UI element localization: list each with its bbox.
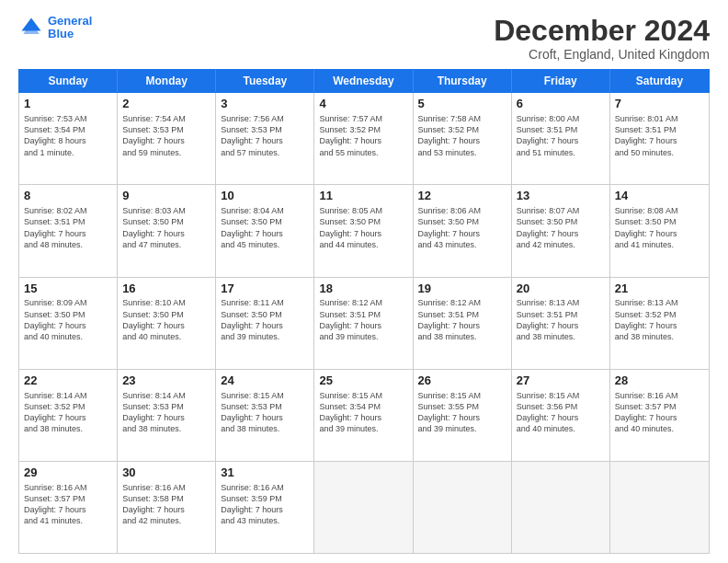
cal-cell-empty bbox=[610, 462, 709, 553]
cal-week-4: 22Sunrise: 8:14 AMSunset: 3:52 PMDayligh… bbox=[19, 370, 709, 462]
cell-info: Sunrise: 7:57 AMSunset: 3:52 PMDaylight:… bbox=[319, 113, 407, 158]
cell-info: Sunrise: 8:15 AMSunset: 3:55 PMDaylight:… bbox=[418, 390, 506, 435]
cal-cell-15: 15Sunrise: 8:09 AMSunset: 3:50 PMDayligh… bbox=[19, 278, 118, 369]
cell-info: Sunrise: 8:13 AMSunset: 3:51 PMDaylight:… bbox=[517, 297, 605, 342]
page: General Blue December 2024 Croft, Englan… bbox=[0, 0, 728, 563]
cal-header-day-tuesday: Tuesday bbox=[216, 70, 314, 92]
cell-info: Sunrise: 7:54 AMSunset: 3:53 PMDaylight:… bbox=[122, 113, 210, 158]
cal-cell-empty bbox=[314, 462, 413, 553]
cal-header-day-wednesday: Wednesday bbox=[314, 70, 413, 92]
cal-cell-21: 21Sunrise: 8:13 AMSunset: 3:52 PMDayligh… bbox=[610, 278, 709, 369]
cell-info: Sunrise: 8:04 AMSunset: 3:50 PMDaylight:… bbox=[221, 205, 309, 250]
cell-info: Sunrise: 8:06 AMSunset: 3:50 PMDaylight:… bbox=[418, 205, 506, 250]
logo-text: General Blue bbox=[48, 15, 92, 41]
cell-info: Sunrise: 8:10 AMSunset: 3:50 PMDaylight:… bbox=[122, 297, 210, 342]
day-number: 4 bbox=[319, 97, 407, 112]
cell-info: Sunrise: 8:03 AMSunset: 3:50 PMDaylight:… bbox=[122, 205, 210, 250]
cell-info: Sunrise: 7:58 AMSunset: 3:52 PMDaylight:… bbox=[418, 113, 506, 158]
cell-info: Sunrise: 8:07 AMSunset: 3:50 PMDaylight:… bbox=[517, 205, 605, 250]
cal-cell-31: 31Sunrise: 8:16 AMSunset: 3:59 PMDayligh… bbox=[216, 462, 314, 553]
cal-cell-25: 25Sunrise: 8:15 AMSunset: 3:54 PMDayligh… bbox=[314, 370, 413, 461]
logo-icon bbox=[18, 15, 44, 40]
cal-cell-9: 9Sunrise: 8:03 AMSunset: 3:50 PMDaylight… bbox=[118, 185, 216, 276]
cal-cell-5: 5Sunrise: 7:58 AMSunset: 3:52 PMDaylight… bbox=[414, 93, 512, 184]
cal-cell-14: 14Sunrise: 8:08 AMSunset: 3:50 PMDayligh… bbox=[610, 185, 709, 276]
cal-header-day-friday: Friday bbox=[512, 70, 610, 92]
cell-info: Sunrise: 8:16 AMSunset: 3:59 PMDaylight:… bbox=[221, 482, 309, 527]
header: General Blue December 2024 Croft, Englan… bbox=[18, 15, 710, 62]
cal-cell-empty bbox=[512, 462, 610, 553]
cal-header-day-monday: Monday bbox=[118, 70, 216, 92]
day-number: 22 bbox=[24, 373, 112, 389]
cal-cell-empty bbox=[414, 462, 512, 553]
cal-cell-7: 7Sunrise: 8:01 AMSunset: 3:51 PMDaylight… bbox=[610, 93, 709, 184]
day-number: 29 bbox=[24, 465, 112, 481]
cal-cell-6: 6Sunrise: 8:00 AMSunset: 3:51 PMDaylight… bbox=[512, 93, 610, 184]
cal-cell-20: 20Sunrise: 8:13 AMSunset: 3:51 PMDayligh… bbox=[512, 278, 610, 369]
day-number: 31 bbox=[221, 465, 309, 481]
cal-cell-30: 30Sunrise: 8:16 AMSunset: 3:58 PMDayligh… bbox=[118, 462, 216, 553]
day-number: 21 bbox=[615, 282, 704, 297]
day-number: 28 bbox=[615, 373, 704, 389]
day-number: 14 bbox=[615, 189, 704, 204]
subtitle: Croft, England, United Kingdom bbox=[494, 47, 710, 62]
cal-cell-19: 19Sunrise: 8:12 AMSunset: 3:51 PMDayligh… bbox=[414, 278, 512, 369]
cal-cell-10: 10Sunrise: 8:04 AMSunset: 3:50 PMDayligh… bbox=[216, 185, 314, 276]
day-number: 12 bbox=[418, 189, 506, 204]
cal-cell-16: 16Sunrise: 8:10 AMSunset: 3:50 PMDayligh… bbox=[118, 278, 216, 369]
cell-info: Sunrise: 8:15 AMSunset: 3:53 PMDaylight:… bbox=[221, 390, 309, 435]
cal-cell-18: 18Sunrise: 8:12 AMSunset: 3:51 PMDayligh… bbox=[314, 278, 413, 369]
cal-cell-8: 8Sunrise: 8:02 AMSunset: 3:51 PMDaylight… bbox=[19, 185, 118, 276]
cal-week-1: 1Sunrise: 7:53 AMSunset: 3:54 PMDaylight… bbox=[19, 93, 709, 185]
cal-cell-11: 11Sunrise: 8:05 AMSunset: 3:50 PMDayligh… bbox=[314, 185, 413, 276]
day-number: 20 bbox=[517, 282, 605, 297]
cal-cell-1: 1Sunrise: 7:53 AMSunset: 3:54 PMDaylight… bbox=[19, 93, 118, 184]
cal-cell-4: 4Sunrise: 7:57 AMSunset: 3:52 PMDaylight… bbox=[314, 93, 413, 184]
cal-cell-3: 3Sunrise: 7:56 AMSunset: 3:53 PMDaylight… bbox=[216, 93, 314, 184]
cal-week-3: 15Sunrise: 8:09 AMSunset: 3:50 PMDayligh… bbox=[19, 278, 709, 370]
calendar: SundayMondayTuesdayWednesdayThursdayFrid… bbox=[18, 69, 710, 554]
cell-info: Sunrise: 8:01 AMSunset: 3:51 PMDaylight:… bbox=[615, 113, 704, 158]
cell-info: Sunrise: 8:13 AMSunset: 3:52 PMDaylight:… bbox=[615, 297, 704, 342]
day-number: 1 bbox=[24, 97, 112, 112]
day-number: 7 bbox=[615, 97, 704, 112]
day-number: 25 bbox=[319, 373, 407, 389]
cal-cell-28: 28Sunrise: 8:16 AMSunset: 3:57 PMDayligh… bbox=[610, 370, 709, 461]
calendar-body: 1Sunrise: 7:53 AMSunset: 3:54 PMDaylight… bbox=[18, 93, 710, 554]
cell-info: Sunrise: 8:11 AMSunset: 3:50 PMDaylight:… bbox=[221, 297, 309, 342]
cell-info: Sunrise: 8:16 AMSunset: 3:57 PMDaylight:… bbox=[24, 482, 112, 527]
main-title: December 2024 bbox=[494, 15, 710, 47]
day-number: 13 bbox=[517, 189, 605, 204]
cal-header-day-sunday: Sunday bbox=[19, 70, 118, 92]
cell-info: Sunrise: 8:14 AMSunset: 3:53 PMDaylight:… bbox=[122, 390, 210, 435]
day-number: 5 bbox=[418, 97, 506, 112]
cell-info: Sunrise: 8:16 AMSunset: 3:58 PMDaylight:… bbox=[122, 482, 210, 527]
cal-cell-22: 22Sunrise: 8:14 AMSunset: 3:52 PMDayligh… bbox=[19, 370, 118, 461]
cal-cell-23: 23Sunrise: 8:14 AMSunset: 3:53 PMDayligh… bbox=[118, 370, 216, 461]
cell-info: Sunrise: 8:15 AMSunset: 3:56 PMDaylight:… bbox=[517, 390, 605, 435]
cal-cell-2: 2Sunrise: 7:54 AMSunset: 3:53 PMDaylight… bbox=[118, 93, 216, 184]
cell-info: Sunrise: 8:02 AMSunset: 3:51 PMDaylight:… bbox=[24, 205, 112, 250]
day-number: 16 bbox=[122, 282, 210, 297]
day-number: 10 bbox=[221, 189, 309, 204]
day-number: 8 bbox=[24, 189, 112, 204]
day-number: 27 bbox=[517, 373, 605, 389]
cal-cell-26: 26Sunrise: 8:15 AMSunset: 3:55 PMDayligh… bbox=[414, 370, 512, 461]
day-number: 2 bbox=[122, 97, 210, 112]
day-number: 3 bbox=[221, 97, 309, 112]
cell-info: Sunrise: 8:14 AMSunset: 3:52 PMDaylight:… bbox=[24, 390, 112, 435]
cal-header-day-thursday: Thursday bbox=[414, 70, 512, 92]
cell-info: Sunrise: 8:05 AMSunset: 3:50 PMDaylight:… bbox=[319, 205, 407, 250]
day-number: 18 bbox=[319, 282, 407, 297]
day-number: 26 bbox=[418, 373, 506, 389]
day-number: 19 bbox=[418, 282, 506, 297]
day-number: 6 bbox=[517, 97, 605, 112]
day-number: 24 bbox=[221, 373, 309, 389]
cal-cell-13: 13Sunrise: 8:07 AMSunset: 3:50 PMDayligh… bbox=[512, 185, 610, 276]
logo-line2: Blue bbox=[48, 27, 74, 40]
calendar-header: SundayMondayTuesdayWednesdayThursdayFrid… bbox=[18, 69, 710, 93]
cell-info: Sunrise: 8:12 AMSunset: 3:51 PMDaylight:… bbox=[319, 297, 407, 342]
day-number: 11 bbox=[319, 189, 407, 204]
day-number: 15 bbox=[24, 282, 112, 297]
cell-info: Sunrise: 7:53 AMSunset: 3:54 PMDaylight:… bbox=[24, 113, 112, 158]
